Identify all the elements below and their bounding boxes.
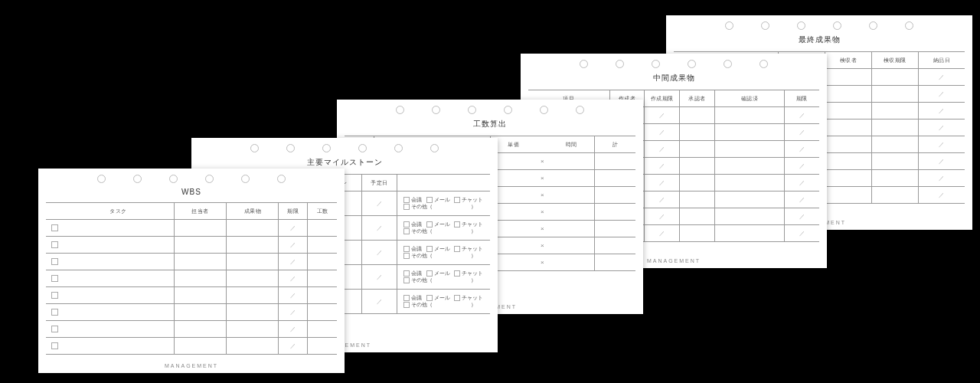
- opt-meeting: 会議: [411, 295, 422, 300]
- table-wbs: タスク 担当者 成果物 期限 工数: [46, 202, 337, 355]
- slash-icon: [799, 214, 805, 219]
- times-icon: [541, 243, 544, 248]
- checkbox-icon[interactable]: [403, 204, 410, 210]
- slash-icon: [290, 309, 296, 315]
- opt-chat: チャット: [462, 221, 483, 227]
- checkbox-icon[interactable]: [51, 309, 58, 316]
- opt-mail: メール: [434, 246, 450, 251]
- col-confirmed: 確認済: [714, 90, 784, 107]
- times-icon: [541, 260, 544, 265]
- card-title: WBS: [38, 188, 345, 196]
- binder-holes: [521, 60, 827, 68]
- table-row: [46, 304, 337, 321]
- checkbox-icon[interactable]: [426, 270, 433, 277]
- slash-icon: [799, 129, 805, 135]
- card-title: 主要マイルストーン: [191, 157, 498, 168]
- slash-icon: [659, 231, 665, 236]
- slash-icon: [377, 299, 382, 304]
- checkbox-icon[interactable]: [426, 197, 433, 203]
- checkbox-icon[interactable]: [51, 292, 58, 299]
- slash-icon: [799, 180, 805, 185]
- table-row: [46, 270, 337, 287]
- times-icon: [541, 226, 544, 231]
- col-task: タスク: [64, 203, 174, 220]
- opt-mail: メール: [434, 270, 450, 276]
- binder-holes: [666, 21, 972, 30]
- slash-icon: [799, 113, 805, 118]
- checkbox-icon[interactable]: [51, 326, 58, 332]
- checkbox-icon[interactable]: [426, 246, 433, 252]
- slash-icon: [290, 293, 296, 298]
- checkbox-icon[interactable]: [403, 270, 410, 277]
- col-owner: 担当者: [174, 203, 226, 220]
- slash-icon: [377, 274, 382, 280]
- slash-icon: [939, 142, 944, 147]
- times-icon: [541, 175, 544, 181]
- card-wbs: WBS タスク 担当者 成果物 期限 工数 MANAGEMENT: [38, 169, 345, 373]
- card-title: 最終成果物: [666, 34, 972, 45]
- checkbox-icon[interactable]: [403, 295, 410, 301]
- col-deliverable: 成果物: [227, 203, 279, 220]
- col-create-due: 作成期限: [645, 90, 680, 107]
- card-title: 工数算出: [337, 119, 643, 129]
- card-title: 中間成果物: [521, 73, 827, 83]
- checkbox-icon[interactable]: [51, 275, 58, 282]
- checkbox-icon[interactable]: [51, 241, 58, 248]
- checkbox-icon[interactable]: [403, 246, 410, 252]
- opt-meeting: 会議: [411, 246, 422, 251]
- slash-icon: [799, 197, 805, 202]
- checkbox-icon[interactable]: [454, 197, 460, 203]
- slash-icon: [377, 201, 382, 206]
- checkbox-icon[interactable]: [454, 221, 460, 228]
- opt-chat: チャット: [462, 270, 483, 276]
- col-approver: 承認者: [680, 90, 715, 107]
- slash-icon: [377, 225, 382, 231]
- slash-icon: [939, 108, 944, 113]
- opt-mail: メール: [434, 197, 450, 202]
- opt-meeting: 会議: [411, 197, 422, 202]
- slash-icon: [290, 259, 296, 264]
- table-row: [46, 220, 337, 237]
- slash-icon: [939, 91, 944, 97]
- checkbox-icon[interactable]: [403, 197, 410, 203]
- slash-icon: [939, 125, 944, 130]
- col-hours: 時間: [548, 136, 595, 153]
- slash-icon: [659, 129, 665, 135]
- checkbox-icon[interactable]: [51, 258, 58, 265]
- checkbox-icon[interactable]: [454, 295, 460, 301]
- checkbox-icon[interactable]: [403, 277, 410, 283]
- slash-icon: [290, 225, 296, 231]
- col-plan-date: 予定日: [362, 175, 397, 192]
- checkbox-icon[interactable]: [454, 246, 460, 252]
- checkbox-icon[interactable]: [51, 224, 58, 231]
- slash-icon: [659, 163, 665, 169]
- opt-meeting: 会議: [411, 270, 422, 276]
- checkbox-icon[interactable]: [426, 295, 433, 301]
- opt-other: その他（: [411, 228, 433, 234]
- table-row: [46, 237, 337, 254]
- slash-icon: [290, 276, 296, 281]
- col-total: 計: [595, 136, 635, 153]
- checkbox-icon[interactable]: [426, 221, 433, 228]
- slash-icon: [659, 214, 665, 219]
- slash-icon: [659, 113, 665, 118]
- slash-icon: [799, 146, 805, 152]
- checkbox-icon[interactable]: [454, 270, 460, 277]
- table-row: [46, 287, 337, 304]
- checkbox-icon[interactable]: [403, 228, 410, 234]
- times-icon: [541, 159, 544, 164]
- table-row: [46, 321, 337, 338]
- checkbox-icon[interactable]: [403, 253, 410, 259]
- slash-icon: [659, 146, 665, 152]
- times-icon: [541, 192, 544, 198]
- checkbox-icon[interactable]: [403, 302, 410, 308]
- checkbox-icon[interactable]: [51, 342, 58, 349]
- slash-icon: [290, 242, 296, 247]
- col-due: 期限: [279, 203, 308, 220]
- slash-icon: [939, 74, 944, 80]
- table-row: [46, 338, 337, 355]
- slash-icon: [939, 192, 944, 198]
- checkbox-icon[interactable]: [403, 221, 410, 228]
- slash-icon: [377, 250, 382, 255]
- binder-holes: [337, 106, 643, 114]
